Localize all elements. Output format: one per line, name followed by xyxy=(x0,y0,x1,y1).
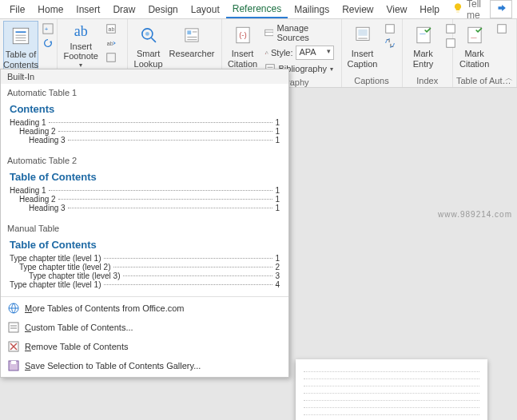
tab-file[interactable]: File xyxy=(3,2,31,18)
toc-row-text: Type chapter title (level 1) xyxy=(10,254,101,263)
auto1-heading: Contents xyxy=(10,103,280,115)
style-select[interactable]: APA xyxy=(296,46,334,60)
mark-citation-label: Mark Citation xyxy=(459,49,489,69)
researcher-button[interactable]: Researcher xyxy=(166,21,218,59)
toc-row-page: 1 xyxy=(275,254,280,263)
toc-row-text: Heading 1 xyxy=(10,186,46,195)
ribbon-collapse-icon[interactable]: ︿ xyxy=(505,73,513,84)
remove-toc-button[interactable]: Remove Table of Contents xyxy=(1,337,288,356)
update-table-button[interactable] xyxy=(41,37,55,50)
svg-rect-21 xyxy=(264,30,272,35)
svg-rect-15 xyxy=(187,30,191,34)
toc-gallery-dropdown: Built-In Automatic Table 1 Contents Head… xyxy=(0,69,289,378)
svg-point-13 xyxy=(145,32,149,36)
tab-mailings[interactable]: Mailings xyxy=(288,2,336,18)
ribbon-tabs: File Home Insert Draw Design Layout Refe… xyxy=(0,0,517,19)
tab-layout[interactable]: Layout xyxy=(185,2,226,18)
tab-draw[interactable]: Draw xyxy=(106,2,141,18)
show-notes-button[interactable] xyxy=(104,51,118,64)
toc-row-text: Heading 3 xyxy=(29,136,66,145)
custom-toc-label: Custom Table of Contents... xyxy=(25,323,133,332)
mark-entry-icon: — xyxy=(412,23,435,47)
toc-row-text: Heading 2 xyxy=(19,127,56,136)
mark-citation-icon: — xyxy=(463,23,487,47)
tab-references[interactable]: References xyxy=(226,1,288,18)
share-icon xyxy=(495,2,507,16)
citation-icon: (-) xyxy=(231,23,255,47)
gallery-header: Built-In xyxy=(1,69,288,84)
tab-design[interactable]: Design xyxy=(141,2,184,18)
toc-preview-auto2[interactable]: Table of Contents Heading 11 Heading 21 … xyxy=(7,168,282,215)
cross-reference-button[interactable] xyxy=(383,37,397,50)
toc-row-page: 1 xyxy=(275,118,280,127)
smart-lookup-button[interactable]: Smart Lookup xyxy=(131,21,166,69)
auto1-title: Automatic Table 1 xyxy=(1,84,288,99)
insert-footnote-label: Insert Footnote xyxy=(64,42,98,61)
custom-toc-button[interactable]: Custom Table of Contents... xyxy=(1,318,288,337)
insert-caption-button[interactable]: Insert Caption xyxy=(345,21,380,69)
tab-insert[interactable]: Insert xyxy=(70,2,106,18)
group-index: — Mark Entry Index xyxy=(403,19,453,87)
insert-caption-label: Insert Caption xyxy=(348,49,378,69)
insert-table-figures-button[interactable] xyxy=(383,22,397,35)
svg-text:—: — xyxy=(471,34,477,41)
chevron-down-icon: ▾ xyxy=(79,61,82,69)
tab-view[interactable]: View xyxy=(380,2,414,18)
researcher-label: Researcher xyxy=(169,49,215,59)
toc-row-page: 2 xyxy=(275,263,280,271)
mark-citation-button[interactable]: — Mark Citation xyxy=(456,21,492,69)
insert-toa-button[interactable] xyxy=(495,22,509,35)
toc-row-page: 3 xyxy=(275,271,280,280)
toc-row-page: 1 xyxy=(275,204,280,212)
save-toc-gallery-button[interactable]: Save Selection to Table of Contents Gall… xyxy=(1,356,288,375)
document-page[interactable] xyxy=(296,359,487,420)
svg-rect-10 xyxy=(107,53,116,62)
manage-sources-label: Manage Sources xyxy=(276,23,333,42)
more-toc-label: More Tables of Contents from Office.com xyxy=(25,303,185,313)
tab-home[interactable]: Home xyxy=(31,2,70,18)
manual-heading: Table of Contents xyxy=(10,239,280,251)
insert-footnote-button[interactable]: ab Insert Footnote ▾ xyxy=(61,21,101,69)
group-toa: — Mark Citation Table of Auth... ︿ xyxy=(453,19,517,87)
add-text-button[interactable]: + xyxy=(41,22,55,35)
footnote-side-buttons: ab ab xyxy=(101,21,121,65)
more-toc-office-button[interactable]: More Tables of Contents from Office.com xyxy=(1,299,288,318)
save-toc-label: Save Selection to Table of Contents Gall… xyxy=(25,361,201,370)
next-footnote-button[interactable]: ab xyxy=(104,37,118,50)
mark-entry-button[interactable]: — Mark Entry xyxy=(406,21,441,69)
toc-row-text: Type chapter title (level 1) xyxy=(10,280,101,289)
share-button[interactable] xyxy=(490,0,512,18)
tell-me-search[interactable]: Tell me xyxy=(446,0,487,21)
toc-row-page: 1 xyxy=(275,195,280,204)
remove-icon xyxy=(7,340,20,353)
lightbulb-icon xyxy=(452,2,463,16)
svg-text:ab: ab xyxy=(107,41,113,46)
toc-label: Table of Contents xyxy=(3,50,38,69)
svg-rect-0 xyxy=(13,28,29,44)
footnote-ab-icon: ab xyxy=(74,23,88,40)
toc-row-text: Type chapter title (level 2) xyxy=(19,263,111,271)
toc-side-buttons: + xyxy=(38,21,58,51)
insert-endnote-button[interactable]: ab xyxy=(104,22,118,35)
toc-row-text: Heading 1 xyxy=(10,118,46,127)
toc-row-page: 1 xyxy=(275,127,280,136)
researcher-icon xyxy=(180,23,204,47)
manage-sources-button[interactable]: Manage Sources xyxy=(263,22,336,43)
caption-icon xyxy=(351,23,375,47)
svg-text:ab: ab xyxy=(108,26,114,32)
index-group-label: Index xyxy=(406,75,449,87)
toc-row-page: 1 xyxy=(275,136,280,145)
style-value: APA xyxy=(300,47,316,57)
toc-preview-manual[interactable]: Table of Contents Type chapter title (le… xyxy=(7,236,282,291)
insert-citation-label: Insert Citation xyxy=(228,49,257,69)
toc-icon xyxy=(9,24,33,48)
custom-toc-icon xyxy=(7,321,20,334)
tab-help[interactable]: Help xyxy=(413,2,446,18)
smart-lookup-icon xyxy=(137,23,161,47)
tell-me-label: Tell me xyxy=(467,0,481,21)
svg-text:(-): (-) xyxy=(239,30,247,39)
tab-review[interactable]: Review xyxy=(336,2,380,18)
save-icon xyxy=(7,359,20,372)
toc-preview-auto1[interactable]: Contents Heading 11 Heading 21 Heading 3… xyxy=(7,101,282,147)
auto2-heading: Table of Contents xyxy=(10,171,280,183)
